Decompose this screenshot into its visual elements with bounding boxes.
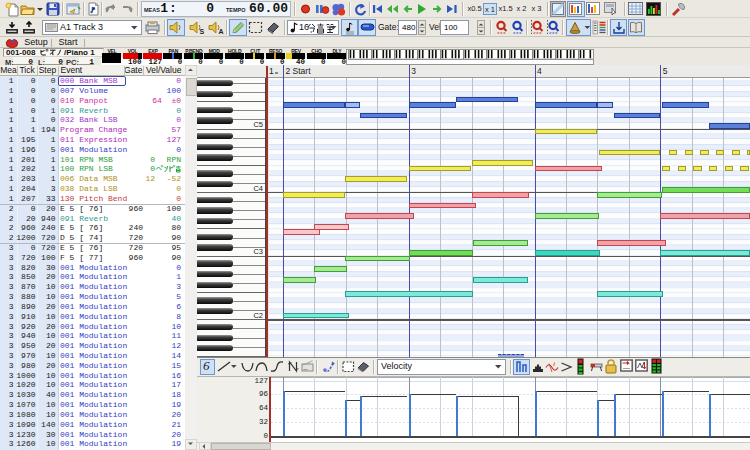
svg-text:A: A (219, 28, 224, 35)
svg-text:S: S (200, 28, 205, 35)
